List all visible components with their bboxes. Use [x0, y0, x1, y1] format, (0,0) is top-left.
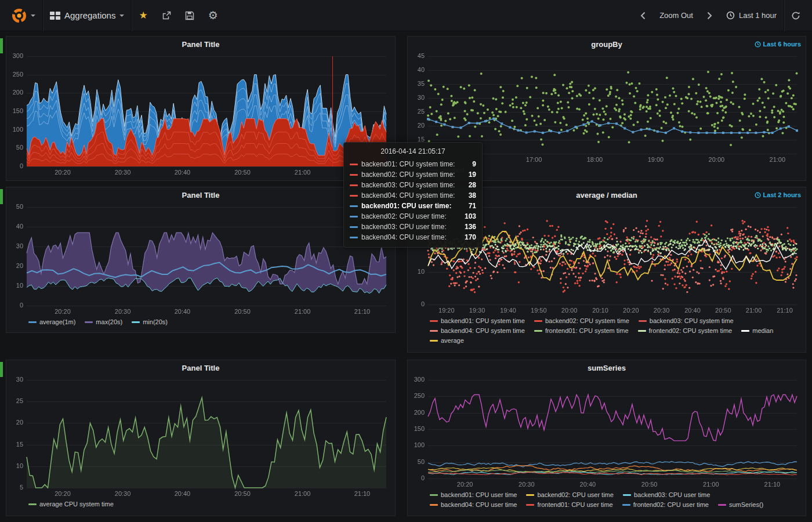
- legend: backend01: CPU user timebackend02: CPU u…: [408, 490, 806, 511]
- legend-color-icon: [430, 330, 438, 332]
- legend-item[interactable]: backend03: CPU user time: [623, 491, 710, 499]
- legend-color-icon: [430, 320, 438, 322]
- legend-label: median: [752, 327, 773, 335]
- legend-label: frontend01: CPU user time: [537, 501, 612, 509]
- panel-title-label: groupBy: [591, 40, 622, 49]
- legend-item[interactable]: backend01: CPU user time: [430, 491, 517, 499]
- legend-item[interactable]: frontend02: CPU system time: [638, 327, 733, 335]
- tooltip-row: backend03: CPU system time:28: [350, 180, 476, 190]
- chevron-left-icon: [640, 12, 646, 20]
- tooltip-rows: backend01: CPU system time:9backend02: C…: [350, 159, 476, 242]
- legend-item[interactable]: frontend02: CPU user time: [622, 501, 709, 509]
- panel-time-badge[interactable]: Last 2 hours: [755, 187, 801, 202]
- refresh-button[interactable]: [784, 0, 807, 31]
- settings-button[interactable]: ⚙: [201, 0, 225, 31]
- legend-item[interactable]: backend01: CPU system time: [430, 317, 525, 325]
- legend-color-icon: [430, 494, 438, 496]
- grafana-logo-icon: [12, 8, 27, 23]
- star-button[interactable]: ★: [132, 0, 154, 31]
- panel-minmax-avg: Panel Title average(1m)max(20s)min(20s): [6, 187, 396, 333]
- legend-color-icon: [741, 330, 749, 332]
- panel-time-badge[interactable]: Last 6 hours: [755, 37, 801, 52]
- legend-item[interactable]: backend03: CPU system time: [639, 317, 734, 325]
- clock-icon: [755, 192, 761, 198]
- tooltip-timestamp: 2016-04-14 21:05:17: [350, 147, 476, 155]
- legend-item[interactable]: average: [430, 336, 464, 345]
- legend-label: backend04: CPU user time: [441, 501, 517, 509]
- legend-item[interactable]: min(20s): [132, 318, 168, 326]
- clock-icon: [726, 11, 735, 20]
- legend-label: frontend02: CPU user time: [633, 501, 709, 509]
- tooltip-row: backend02: CPU system time:19: [350, 169, 476, 180]
- time-back-button[interactable]: [633, 0, 652, 31]
- legend-item[interactable]: median: [741, 327, 773, 335]
- graph-canvas[interactable]: [7, 52, 394, 178]
- legend: backend01: CPU system timebackend02: CPU…: [408, 316, 806, 347]
- legend-color-icon: [622, 504, 630, 506]
- panel-stacked-cpu: Panel Title: [6, 36, 396, 181]
- save-button[interactable]: [178, 0, 201, 31]
- legend-item[interactable]: max(20s): [85, 318, 122, 326]
- panel-title-label: average / median: [576, 191, 637, 200]
- panel-title[interactable]: sumSeries: [408, 360, 806, 375]
- share-button[interactable]: [155, 0, 178, 31]
- legend-item[interactable]: frontend01: CPU system time: [534, 327, 629, 335]
- legend-item[interactable]: frontend01: CPU user time: [526, 501, 612, 509]
- time-picker-button[interactable]: Last 1 hour: [719, 0, 784, 31]
- caret-down-icon: [31, 14, 35, 17]
- grafana-logo-button[interactable]: [5, 0, 42, 31]
- panel-title[interactable]: Panel Title: [6, 187, 395, 202]
- share-icon: [162, 11, 171, 20]
- dashboard-picker[interactable]: Aggregations: [43, 0, 131, 31]
- dashboard-grid-icon: [50, 12, 60, 20]
- panel-title-label: sumSeries: [588, 364, 626, 372]
- legend-item[interactable]: average(1m): [28, 318, 75, 326]
- legend-color-icon: [28, 503, 37, 505]
- time-badge-label: Last 6 hours: [763, 41, 801, 48]
- legend-item[interactable]: backend02: CPU user time: [526, 491, 613, 499]
- legend-label: backend03: CPU system time: [650, 317, 734, 325]
- series-color-icon: [350, 205, 358, 207]
- tooltip-row: backend01: CPU user time:71: [350, 201, 476, 211]
- time-forward-button[interactable]: [700, 0, 719, 31]
- row-handle[interactable]: [0, 189, 3, 204]
- legend-item[interactable]: backend04: CPU system time: [430, 327, 525, 335]
- legend-color-icon: [28, 321, 37, 323]
- chevron-right-icon: [707, 12, 712, 20]
- legend-item[interactable]: backend02: CPU system time: [534, 317, 629, 325]
- tooltip-row: backend04: CPU system time:38: [350, 190, 476, 201]
- panel-avg-cpu: Panel Title average CPU system time: [6, 360, 396, 516]
- legend-label: max(20s): [96, 318, 122, 326]
- legend-label: frontend02: CPU system time: [649, 327, 733, 335]
- legend-label: backend03: CPU user time: [634, 491, 710, 499]
- legend-color-icon: [623, 494, 631, 496]
- row-handle[interactable]: [0, 362, 3, 377]
- tooltip-row: backend02: CPU user time:103: [350, 211, 476, 222]
- series-color-icon: [350, 195, 358, 197]
- legend-label: backend01: CPU system time: [441, 317, 525, 325]
- legend-color-icon: [718, 504, 726, 506]
- legend-label: average(1m): [39, 318, 75, 326]
- legend-color-icon: [430, 504, 438, 506]
- legend-label: backend02: CPU user time: [537, 491, 613, 499]
- legend-item[interactable]: backend04: CPU user time: [430, 501, 517, 509]
- panel-title[interactable]: Panel Title: [6, 360, 395, 375]
- legend-label: frontend01: CPU system time: [545, 327, 629, 335]
- legend-item[interactable]: average CPU system time: [28, 500, 114, 508]
- zoom-out-button[interactable]: Zoom Out: [652, 0, 700, 31]
- panel-title[interactable]: groupBy Last 6 hours: [408, 37, 806, 52]
- legend-color-icon: [534, 330, 542, 332]
- row-handle[interactable]: [0, 38, 3, 53]
- panel-title[interactable]: Panel Title: [6, 37, 395, 52]
- graph-canvas[interactable]: [7, 202, 394, 317]
- legend-label: backend04: CPU system time: [441, 327, 525, 335]
- refresh-icon: [791, 11, 800, 20]
- graph-canvas[interactable]: [408, 375, 805, 490]
- series-color-icon: [350, 237, 358, 238]
- legend-color-icon: [638, 330, 646, 332]
- panel-sumseries: sumSeries backend01: CPU user timebacken…: [407, 360, 806, 516]
- legend-label: average CPU system time: [39, 500, 114, 508]
- tooltip-row: backend04: CPU user time:170: [350, 232, 476, 242]
- graph-canvas[interactable]: [7, 375, 394, 499]
- legend-item[interactable]: sumSeries(): [718, 501, 763, 509]
